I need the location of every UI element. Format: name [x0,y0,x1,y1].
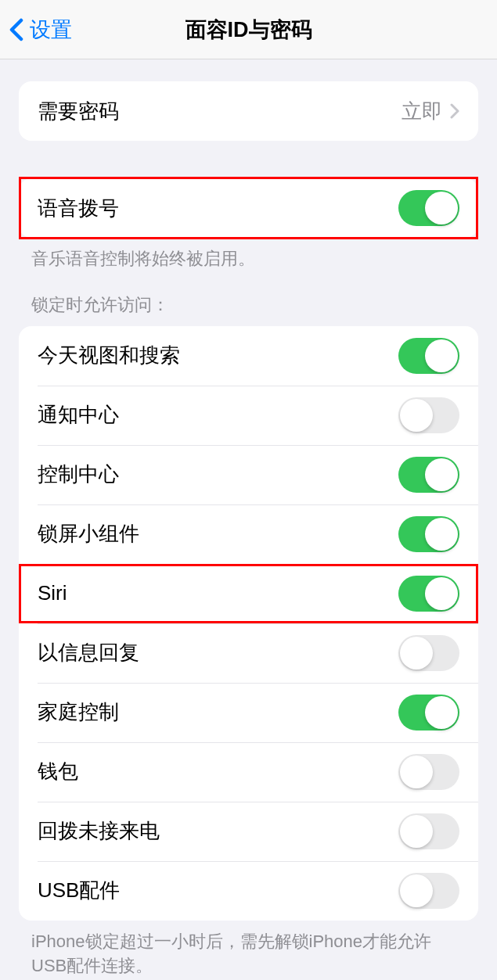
toggle-knob [425,192,458,224]
lock-access-item-label: 钱包 [38,758,398,785]
lock-access-toggle[interactable] [398,873,459,909]
require-passcode-label: 需要密码 [38,98,402,125]
lock-access-item-label: 锁屏小组件 [38,520,398,547]
lock-access-row: Siri [19,564,478,623]
chevron-left-icon [9,18,23,41]
require-passcode-row[interactable]: 需要密码 立即 [19,81,478,141]
require-passcode-value: 立即 [402,98,442,125]
lock-access-item-label: Siri [38,581,398,605]
page-title: 面容ID与密码 [185,16,312,44]
toggle-knob [400,637,433,669]
lock-access-toggle[interactable] [398,813,459,849]
toggle-knob [425,518,458,551]
toggle-knob [425,577,458,610]
navigation-bar: 设置 面容ID与密码 [0,0,497,59]
lock-access-toggle[interactable] [398,457,459,493]
lock-access-row: 今天视图和搜索 [19,326,478,386]
lock-access-toggle[interactable] [398,576,459,612]
lock-access-toggle[interactable] [398,695,459,731]
toggle-knob [400,399,433,432]
lock-access-item-label: 今天视图和搜索 [38,342,398,369]
lock-access-footer: iPhone锁定超过一小时后，需先解锁iPhone才能允许USB配件连接。 [0,921,497,978]
toggle-knob [425,339,458,372]
voice-dial-footer: 音乐语音控制将始终被启用。 [0,238,497,271]
lock-access-header: 锁定时允许访问： [0,293,497,326]
lock-access-item-label: USB配件 [38,877,398,904]
lock-access-row: 控制中心 [19,445,478,504]
lock-access-item-label: 回拨未接来电 [38,817,398,845]
lock-access-toggle[interactable] [398,635,459,671]
chevron-right-icon [450,103,459,119]
lock-access-row: 锁屏小组件 [19,504,478,564]
toggle-knob [400,815,433,848]
lock-access-item-label: 通知中心 [38,401,398,429]
voice-dial-row: 语音拨号 [19,178,478,238]
lock-access-item-label: 家庭控制 [38,698,398,726]
lock-access-row: 以信息回复 [19,623,478,683]
toggle-knob [400,874,433,907]
lock-access-row: 回拨未接来电 [19,802,478,861]
lock-access-row: USB配件 [19,861,478,921]
lock-access-row: 通知中心 [19,386,478,445]
lock-access-row: 钱包 [19,742,478,802]
lock-access-toggle[interactable] [398,754,459,790]
toggle-knob [400,756,433,788]
lock-access-toggle[interactable] [398,338,459,374]
lock-access-item-label: 控制中心 [38,461,398,488]
voice-dial-label: 语音拨号 [38,195,398,222]
toggle-knob [425,696,458,729]
lock-access-toggle[interactable] [398,516,459,552]
lock-access-row: 家庭控制 [19,683,478,742]
back-label: 设置 [30,16,72,44]
lock-access-toggle[interactable] [398,397,459,433]
voice-dial-toggle[interactable] [398,190,459,226]
back-button[interactable]: 设置 [0,16,72,44]
lock-access-item-label: 以信息回复 [38,639,398,666]
toggle-knob [425,458,458,491]
